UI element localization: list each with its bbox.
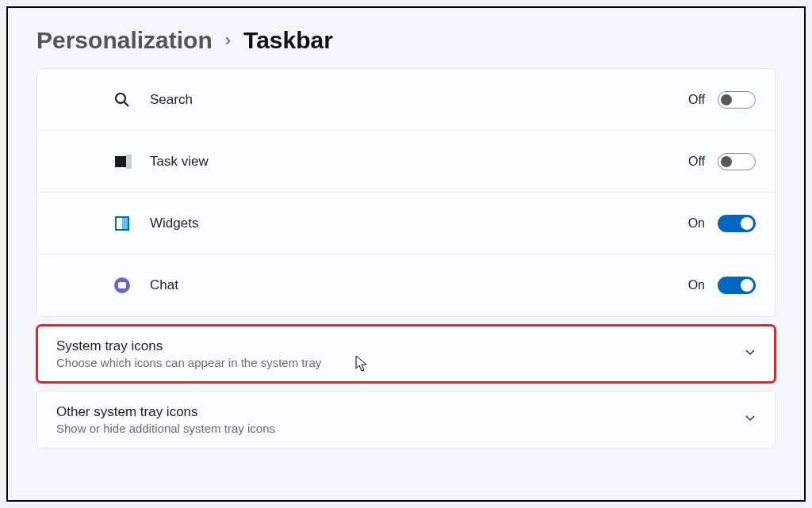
taskbar-item-widgets: Widgets On [37, 193, 775, 254]
breadcrumb: Personalization › Taskbar [36, 27, 776, 54]
item-state: Off [688, 155, 705, 169]
svg-point-0 [116, 94, 125, 103]
expander-system-tray-icons[interactable]: System tray icons Choose which icons can… [36, 325, 776, 383]
chevron-right-icon: › [225, 30, 231, 51]
chevron-down-icon [745, 413, 756, 426]
search-icon [109, 92, 136, 108]
taskview-icon [109, 156, 136, 167]
svg-line-1 [124, 102, 128, 106]
expander-title: Other system tray icons [56, 404, 745, 420]
toggle-chat[interactable] [718, 277, 756, 294]
item-label: Chat [150, 277, 688, 293]
widgets-icon [109, 216, 136, 231]
item-label: Task view [150, 154, 688, 170]
chevron-down-icon [745, 347, 756, 361]
item-state: Off [688, 93, 705, 107]
taskbar-items-card: Search Off Task view Off Widgets On Chat… [36, 68, 776, 317]
breadcrumb-current: Taskbar [243, 27, 333, 54]
expander-title: System tray icons [56, 338, 745, 354]
taskbar-item-search: Search Off [37, 69, 775, 131]
toggle-widgets[interactable] [718, 215, 756, 232]
item-state: On [688, 216, 705, 231]
breadcrumb-parent[interactable]: Personalization [36, 27, 213, 54]
taskbar-item-chat: Chat On [37, 254, 775, 316]
toggle-search[interactable] [718, 91, 756, 109]
toggle-taskview[interactable] [718, 153, 756, 170]
expander-other-system-tray-icons[interactable]: Other system tray icons Show or hide add… [36, 391, 776, 449]
taskbar-item-taskview: Task view Off [37, 131, 775, 193]
item-label: Widgets [150, 216, 688, 231]
expander-desc: Show or hide additional system tray icon… [56, 422, 745, 435]
chat-icon [109, 277, 136, 293]
expander-desc: Choose which icons can appear in the sys… [56, 356, 745, 369]
item-state: On [688, 278, 705, 292]
item-label: Search [150, 92, 688, 108]
